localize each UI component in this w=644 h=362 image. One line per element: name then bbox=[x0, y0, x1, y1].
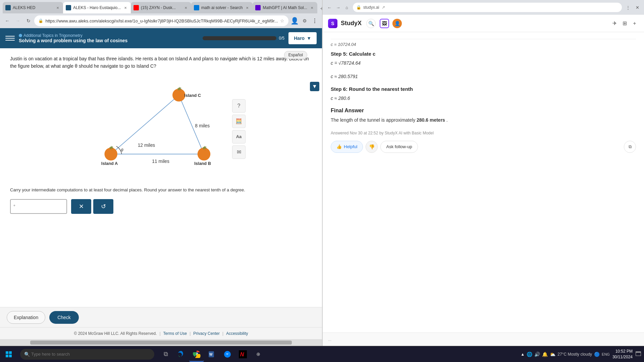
final-answer-text: The length of the tunnel is approximatel… bbox=[331, 116, 636, 124]
messenger-icon[interactable] bbox=[220, 347, 235, 362]
sidebar-close-button[interactable]: ✕ bbox=[633, 3, 641, 11]
step5-formula1: c = √78724.64 bbox=[331, 59, 636, 67]
studyx-bottom-bar: ... bbox=[323, 333, 644, 346]
tab-aleks-haro[interactable]: ALEKS - Haro Eustaquio... ✕ bbox=[63, 2, 131, 13]
clear-answer-button[interactable]: ✕ bbox=[71, 199, 91, 214]
tab-zayn[interactable]: (15) ZAYN - Dusk... ✕ bbox=[131, 2, 191, 13]
svg-text:N: N bbox=[240, 352, 244, 357]
helpful-button[interactable]: 👍 Helpful bbox=[331, 141, 363, 153]
calculator-tool-button[interactable]: 🧮 bbox=[232, 115, 246, 128]
user-menu-button[interactable]: Haro ▼ bbox=[288, 32, 317, 44]
horizontal-scrollbar[interactable] bbox=[0, 339, 322, 346]
font-tool-button[interactable]: Aa bbox=[232, 130, 246, 143]
final-answer-bold: 280.6 meters bbox=[417, 117, 445, 123]
studyx-plus-icon[interactable]: + bbox=[631, 19, 639, 27]
sidebar-url-text: studyx.ai bbox=[363, 5, 379, 10]
tab-title-2: ALEKS - Haro Eustaquio... bbox=[73, 5, 121, 10]
tab-close-1[interactable]: ✕ bbox=[55, 5, 60, 10]
instructions-text: Carry your intermediate computations to … bbox=[10, 187, 312, 194]
studyx-microsoft-icon[interactable]: ⊞ bbox=[621, 19, 629, 27]
sidebar-more-button[interactable]: ⋮ bbox=[624, 3, 632, 11]
profile-icon[interactable]: 👤 bbox=[290, 16, 299, 25]
sidebar-url-bar[interactable]: 🔒 studyx.ai ↗ bbox=[353, 3, 622, 12]
start-button[interactable] bbox=[0, 346, 17, 362]
taskbar-clock[interactable]: 10:52 PM 30/11/2024 bbox=[612, 349, 633, 360]
espanol-button[interactable]: Español bbox=[284, 51, 307, 59]
word-icon[interactable]: W bbox=[205, 347, 219, 362]
studyx-avatar-icon[interactable]: 👤 bbox=[392, 19, 402, 28]
collapse-button[interactable]: ▼ bbox=[310, 82, 319, 91]
chevron-up-icon[interactable]: ▲ bbox=[521, 352, 525, 357]
ask-followup-button[interactable]: Ask follow-up bbox=[380, 141, 418, 153]
scrollbar-thumb bbox=[30, 341, 292, 345]
menu-line-2 bbox=[5, 38, 15, 39]
tab-title-1: ALEKS HED bbox=[13, 5, 53, 10]
forward-button[interactable]: → bbox=[13, 16, 22, 25]
sound-icon[interactable]: 🔊 bbox=[534, 352, 540, 357]
step6-header: Step 6: Round to the nearest tenth bbox=[331, 86, 636, 92]
studyx-header-right: ✈ ⊞ + bbox=[610, 19, 639, 27]
accessibility-link[interactable]: Accessibility bbox=[226, 331, 248, 336]
answered-info: Answered Nov 30 at 22:52 by StudyX AI wi… bbox=[331, 131, 636, 135]
bluetooth-icon[interactable]: 🔵 bbox=[594, 352, 600, 357]
check-button[interactable]: Check bbox=[49, 311, 79, 324]
privacy-center-link[interactable]: Privacy Center bbox=[193, 331, 220, 336]
more-icon[interactable]: ⋮ bbox=[310, 16, 319, 25]
address-bar[interactable]: 🔒 https://www.awu.aleks.com/alekscgi/x/l… bbox=[34, 15, 288, 26]
thumbs-down-icon: 👎 bbox=[369, 144, 375, 149]
tab-close-5[interactable]: ✕ bbox=[309, 5, 315, 10]
question-text: Justin is on vacation at a tropical bay … bbox=[10, 55, 312, 70]
tab-close-4[interactable]: ✕ bbox=[245, 5, 250, 10]
system-tray-icons: ▲ 🌐 🔊 🔔 ⛅ 27°C Mostly cloudy 🔵 ENG bbox=[521, 352, 610, 357]
star-icon[interactable]: ☆ bbox=[280, 18, 284, 23]
back-button[interactable]: ← bbox=[3, 16, 12, 25]
netflix-icon[interactable]: N bbox=[235, 347, 250, 362]
taskbar-search-input[interactable] bbox=[31, 352, 150, 357]
chrome-toolbar: ← → ↻ 🔒 https://www.awu.aleks.com/aleksc… bbox=[0, 13, 322, 28]
tab-math-search[interactable]: math ai solver - Search ✕ bbox=[191, 2, 253, 13]
notification-icon[interactable]: 🔔 bbox=[542, 352, 548, 357]
prev-formula: c = 10724.04 bbox=[331, 42, 356, 47]
task-view-icon[interactable]: ⧉ bbox=[158, 347, 173, 362]
camera-icon[interactable] bbox=[251, 347, 266, 362]
explanation-button[interactable]: Explanation bbox=[7, 311, 45, 324]
step5-section: Step 5: Calculate c c = √78724.64 c ≈ 28… bbox=[331, 51, 636, 81]
sidebar-open-icon[interactable]: ↗ bbox=[382, 5, 385, 10]
help-tool-button[interactable]: ? bbox=[232, 99, 246, 113]
reset-answer-button[interactable]: ↺ bbox=[93, 199, 113, 214]
svg-text:Island C: Island C bbox=[184, 93, 201, 98]
copy-button[interactable]: ⧉ bbox=[624, 141, 636, 153]
extensions-icon[interactable]: ⚙ bbox=[300, 16, 309, 25]
tab-close-2[interactable]: ✕ bbox=[123, 5, 128, 10]
prev-step-content: c = 10724.04 bbox=[331, 39, 636, 47]
sidebar-forward-button[interactable]: → bbox=[334, 3, 342, 11]
chrome-browser-icon[interactable] bbox=[189, 347, 204, 362]
tab-mathgpt[interactable]: MathGPT | AI Math Sol... ✕ bbox=[253, 2, 317, 13]
tab-aleks-hed[interactable]: ALEKS HED ✕ bbox=[3, 2, 63, 13]
mail-tool-button[interactable]: ✉ bbox=[232, 145, 246, 159]
studyx-logo-text: StudyX bbox=[341, 20, 362, 27]
studyx-search-icon[interactable]: 🔍 bbox=[366, 19, 376, 28]
aleks-footer: © 2024 McGraw Hill LLC. All Rights Reser… bbox=[0, 327, 322, 339]
terms-of-use-link[interactable]: Terms of Use bbox=[163, 331, 187, 336]
dropdown-arrow: ▼ bbox=[307, 36, 311, 41]
tab-close-3[interactable]: ✕ bbox=[183, 5, 189, 10]
edge-browser-icon[interactable] bbox=[174, 347, 189, 362]
studyx-telegram-icon[interactable]: ✈ bbox=[610, 19, 619, 27]
chrome-titlebar: ALEKS HED ✕ ALEKS - Haro Eustaquio... ✕ … bbox=[0, 0, 322, 13]
aleks-topic-info: Additional Topics in Trigonometry Solvin… bbox=[19, 33, 199, 43]
svg-text:🌴: 🌴 bbox=[202, 146, 207, 151]
refresh-button[interactable]: ↻ bbox=[24, 16, 33, 25]
notification-center-button[interactable]: 🗖 bbox=[635, 351, 641, 358]
studyx-bottom-text: ... bbox=[328, 337, 331, 342]
network-icon[interactable]: 🌐 bbox=[527, 352, 532, 357]
sidebar-home-button[interactable]: ⌂ bbox=[343, 3, 351, 11]
studyx-image-icon[interactable]: 🖼 bbox=[380, 19, 389, 28]
step6-section: Step 6: Round to the nearest tenth c ≈ 2… bbox=[331, 86, 636, 103]
footer-copyright: © 2024 McGraw Hill LLC. All Rights Reser… bbox=[74, 331, 157, 336]
sidebar-back-button[interactable]: ← bbox=[325, 3, 333, 11]
unhelpful-button[interactable]: 👎 bbox=[366, 141, 378, 153]
aleks-menu-button[interactable] bbox=[5, 34, 15, 43]
svg-text:8 miles: 8 miles bbox=[195, 123, 210, 128]
taskbar-search[interactable]: 🔍 bbox=[20, 349, 154, 360]
